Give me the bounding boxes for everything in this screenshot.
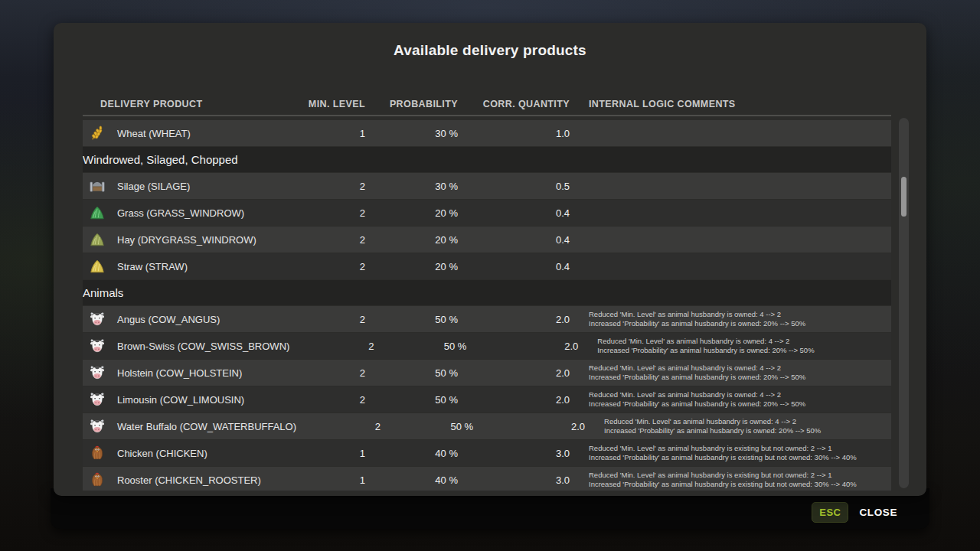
delivery-products-table: DELIVERY PRODUCT MIN. LEVEL PROBABILITY … [83, 93, 891, 491]
scrollbar-thumb[interactable] [901, 177, 906, 217]
table-row: Angus (COW_ANGUS)250 %2.0Reduced 'Min. L… [83, 306, 891, 332]
corr-quantity-value: 2.0 [479, 421, 591, 432]
col-header-delivery-product: DELIVERY PRODUCT [83, 99, 281, 109]
min-level-value: 2 [296, 421, 387, 432]
chicken-icon [88, 444, 106, 462]
product-name: Angus (COW_ANGUS) [111, 314, 281, 325]
probability-value: 30 % [371, 128, 464, 139]
dialog-panel: Available delivery products DELIVERY PRO… [54, 23, 926, 496]
product-name: Holstein (COW_HOLSTEIN) [111, 367, 281, 379]
min-level-value: 2 [281, 207, 371, 219]
chicken-icon [88, 471, 106, 489]
internal-logic-comments: Reduced 'Min. Level' as animal husbandry… [576, 310, 891, 328]
corr-quantity-value: 0.4 [464, 207, 576, 219]
min-level-value: 1 [281, 448, 371, 459]
corr-quantity-value: 2.0 [464, 314, 576, 325]
table-row: Holstein (COW_HOLSTEIN)250 %2.0Reduced '… [83, 360, 891, 386]
product-name: Limousin (COW_LIMOUSIN) [111, 394, 281, 406]
corr-quantity-value: 0.5 [464, 181, 576, 192]
grass-icon [88, 204, 106, 222]
table-row: Straw (STRAW)220 %0.4 [83, 253, 891, 279]
table-section-header: Windrowed, Silaged, Chopped [83, 147, 891, 172]
probability-value: 20 % [371, 234, 464, 246]
min-level-value: 1 [281, 474, 371, 486]
table-row: Wheat (WHEAT)130 %1.0 [83, 120, 891, 146]
corr-quantity-value: 2.0 [464, 367, 576, 379]
corr-quantity-value: 3.0 [464, 474, 576, 486]
internal-logic-comments: Reduced 'Min. Level' as animal husbandry… [576, 471, 891, 489]
product-name: Rooster (CHICKEN_ROOSTER) [111, 474, 281, 486]
col-header-min-level: MIN. LEVEL [281, 99, 371, 109]
internal-logic-comments: Reduced 'Min. Level' as animal husbandry… [584, 337, 891, 355]
probability-value: 50 % [371, 314, 464, 325]
table-row: Hay (DRYGRASS_WINDROW)220 %0.4 [83, 227, 891, 253]
hay-icon [88, 230, 106, 249]
table-header-row: DELIVERY PRODUCT MIN. LEVEL PROBABILITY … [83, 93, 891, 116]
table-row: Silage (SILAGE)230 %0.5 [83, 173, 891, 199]
cow-icon [88, 337, 106, 355]
internal-logic-comments: Reduced 'Min. Level' as animal husbandry… [576, 390, 891, 409]
product-name: Chicken (CHICKEN) [111, 448, 281, 459]
product-name: Hay (DRYGRASS_WINDROW) [111, 234, 281, 246]
min-level-value: 2 [281, 261, 371, 272]
product-name: Wheat (WHEAT) [111, 128, 281, 139]
min-level-value: 2 [281, 394, 371, 406]
straw-icon [88, 257, 106, 276]
col-header-corr-quantity: CORR. QUANTITY [464, 99, 576, 109]
cow-icon [88, 417, 106, 435]
table-row: Chicken (CHICKEN)140 %3.0Reduced 'Min. L… [83, 440, 891, 466]
product-name: Grass (GRASS_WINDROW) [111, 207, 281, 219]
probability-value: 50 % [380, 341, 472, 352]
probability-value: 50 % [371, 394, 464, 406]
esc-shortcut-button[interactable]: ESC [812, 502, 848, 523]
silage-icon [88, 177, 106, 195]
min-level-value: 1 [281, 128, 371, 139]
min-level-value: 2 [281, 367, 371, 379]
probability-value: 40 % [371, 448, 464, 459]
product-name: Silage (SILAGE) [111, 181, 281, 192]
wheat-icon [88, 124, 106, 142]
corr-quantity-value: 3.0 [464, 448, 576, 459]
table-row: Limousin (COW_LIMOUSIN)250 %2.0Reduced '… [83, 386, 891, 412]
product-name: Water Buffalo (COW_WATERBUFFALO) [111, 421, 296, 432]
product-name: Brown-Swiss (COW_SWISS_BROWN) [111, 341, 289, 352]
cow-icon [88, 364, 106, 382]
corr-quantity-value: 2.0 [464, 394, 576, 406]
close-button[interactable]: CLOSE [859, 507, 897, 518]
probability-value: 50 % [371, 367, 464, 379]
table-row: Grass (GRASS_WINDROW)220 %0.4 [83, 200, 891, 226]
probability-value: 20 % [371, 207, 464, 219]
available-delivery-products-dialog: Available delivery products DELIVERY PRO… [51, 23, 929, 529]
probability-value: 50 % [387, 421, 479, 432]
table-row: Brown-Swiss (COW_SWISS_BROWN)250 %2.0Red… [83, 333, 891, 359]
cow-icon [88, 390, 106, 409]
scrollbar-track[interactable] [899, 118, 909, 488]
internal-logic-comments: Reduced 'Min. Level' as animal husbandry… [576, 444, 891, 462]
min-level-value: 2 [289, 341, 380, 352]
min-level-value: 2 [281, 314, 371, 325]
internal-logic-comments: Reduced 'Min. Level' as animal husbandry… [576, 364, 891, 382]
probability-value: 20 % [371, 261, 464, 272]
corr-quantity-value: 1.0 [464, 128, 576, 139]
probability-value: 40 % [371, 474, 464, 486]
page-title: Available delivery products [54, 23, 926, 59]
col-header-probability: PROBABILITY [371, 99, 464, 109]
cow-icon [88, 310, 106, 328]
table-rows-viewport: Wheat (WHEAT)130 %1.0Windrowed, Silaged,… [83, 120, 891, 491]
corr-quantity-value: 0.4 [464, 261, 576, 272]
corr-quantity-value: 2.0 [472, 341, 584, 352]
min-level-value: 2 [281, 181, 371, 192]
internal-logic-comments: Reduced 'Min. Level' as animal husbandry… [591, 417, 891, 435]
table-row: Water Buffalo (COW_WATERBUFFALO)250 %2.0… [83, 413, 891, 439]
table-section-header: Animals [83, 280, 891, 305]
probability-value: 30 % [371, 181, 464, 192]
product-name: Straw (STRAW) [111, 261, 281, 272]
col-header-internal-logic-comments: INTERNAL LOGIC COMMENTS [576, 99, 891, 109]
corr-quantity-value: 0.4 [464, 234, 576, 246]
table-row: Rooster (CHICKEN_ROOSTER)140 %3.0Reduced… [83, 467, 891, 491]
min-level-value: 2 [281, 234, 371, 246]
